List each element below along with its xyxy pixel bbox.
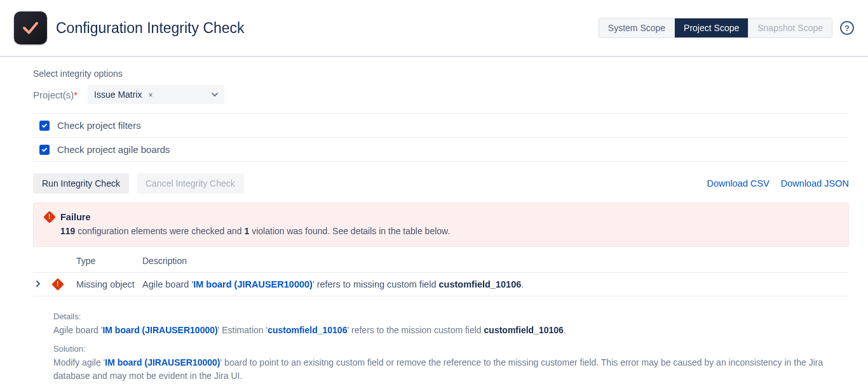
details-text: Agile board 'IM board (JIRAUSER10000)' E… [53,324,844,338]
results-table-header: Type Description [33,247,849,272]
actions-left: Run Integrity Check Cancel Integrity Che… [33,173,244,194]
col-type-header: Type [76,256,142,266]
projects-row: Project(s)* Issue Matrix × [33,85,849,104]
details-mid2: ' refers to the mission custom field [347,325,484,335]
row-desc-mid: ' refers to missing custom field [313,279,439,289]
details-pre: Agile board ' [53,325,102,335]
col-description-header: Description [142,256,846,266]
actions-row: Run Integrity Check Cancel Integrity Che… [33,173,849,194]
download-links: Download CSV Download JSON [707,178,849,189]
solution-label: Solution: [53,344,844,354]
header: Configuration Integrity Check System Sco… [0,0,868,57]
row-details-panel: Details: Agile board 'IM board (JIRAUSER… [33,296,849,384]
failure-message: 119 configuration elements were checked … [60,226,837,236]
row-desc-ref[interactable]: IM board (JIRAUSER10000) [193,279,313,289]
banner-msg-1: configuration elements were checked and [75,226,244,236]
details-mid1: ' Estimation ' [218,325,268,335]
help-icon[interactable]: ? [840,21,854,35]
failure-banner: ! Failure 119 configuration elements wer… [33,202,849,247]
failure-title: Failure [60,212,91,222]
row-desc-pre: Agile board ' [142,279,193,289]
selected-project-chip[interactable]: Issue Matrix × [94,89,153,100]
checkbox-filters[interactable] [39,121,50,131]
error-icon: ! [43,211,56,223]
options-section-label: Select integrity options [33,69,849,79]
option-boards-label: Check project agile boards [57,144,170,155]
cancel-integrity-button: Cancel Integrity Check [137,173,244,194]
download-json-link[interactable]: Download JSON [781,178,849,189]
header-right: System Scope Project Scope Snapshot Scop… [599,18,854,38]
projects-label: Project(s)* [33,89,78,100]
checkbox-boards[interactable] [39,145,50,155]
row-status-icon: ! [53,280,76,289]
scope-system-button[interactable]: System Scope [599,18,675,37]
content: Select integrity options Project(s)* Iss… [0,57,868,384]
error-icon: ! [51,278,64,291]
row-desc-bold: customfield_10106 [439,279,522,289]
projects-select[interactable]: Issue Matrix × [88,85,224,104]
option-check-filters: Check project filters [33,113,849,138]
expand-row-toggle[interactable] [36,280,53,289]
projects-label-text: Project(s) [33,89,74,100]
solution-ref[interactable]: IM board (JIRAUSER10000) [105,357,220,367]
option-check-boards: Check project agile boards [33,138,849,162]
scope-project-button[interactable]: Project Scope [675,18,749,37]
checked-count: 119 [60,226,75,236]
download-csv-link[interactable]: Download CSV [707,178,769,189]
solution-text: Modify agile 'IM board (JIRAUSER10000)' … [53,356,844,383]
check-icon [21,18,40,37]
failure-banner-head: ! Failure [45,212,837,222]
banner-msg-2: violation was found. See details in the … [249,226,450,236]
chevron-down-icon[interactable] [212,89,218,100]
required-marker: * [74,89,78,100]
remove-chip-icon[interactable]: × [148,91,153,100]
details-bold: customfield_10106 [484,325,564,335]
page-title: Configuration Integrity Check [56,20,245,37]
solution-pre: Modify agile ' [53,357,105,367]
header-left: Configuration Integrity Check [14,11,245,44]
scope-snapshot-button: Snapshot Scope [749,18,832,37]
row-type: Missing object [76,279,142,289]
details-label: Details: [53,312,844,321]
option-filters-label: Check project filters [57,120,141,131]
scope-selector: System Scope Project Scope Snapshot Scop… [599,18,832,38]
app-logo [14,11,47,44]
table-row: ! Missing object Agile board 'IM board (… [33,272,849,296]
run-integrity-button[interactable]: Run Integrity Check [33,173,129,194]
row-desc-post: . [521,279,524,289]
row-description: Agile board 'IM board (JIRAUSER10000)' r… [142,279,846,289]
selected-project-name: Issue Matrix [94,89,142,100]
details-ref1[interactable]: IM board (JIRAUSER10000) [102,325,217,335]
details-post: . [564,325,566,335]
details-ref2[interactable]: customfield_10106 [268,325,347,335]
